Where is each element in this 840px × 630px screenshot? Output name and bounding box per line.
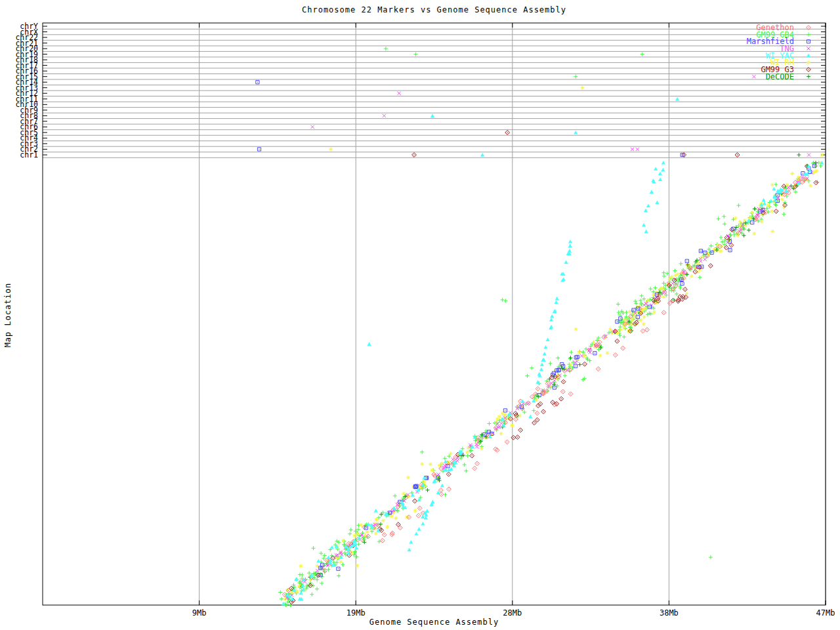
marker-wi-yac [655, 200, 659, 204]
marker-gm99-gb4 [793, 190, 797, 194]
marker-wi-yac [430, 500, 434, 504]
marker-gm99-g3 [511, 435, 516, 440]
marker-wi-yac [543, 352, 547, 356]
marker-gm99-gb4 [349, 528, 353, 532]
legend-marker-decode [807, 75, 810, 79]
marker-gm99-gb4 [393, 494, 397, 498]
legend: GenethonGM99 GB4MarshfieldTNGWI YACWI RH… [747, 23, 811, 81]
marker-tng [807, 153, 810, 156]
marker-wi-yac [654, 167, 658, 171]
marker-decode [797, 153, 801, 157]
marker-gm99-gb4 [463, 463, 467, 467]
marker-gm99-gb4 [639, 299, 642, 303]
plot-frame [43, 23, 826, 605]
marker-gm99-gb4 [642, 297, 646, 301]
marker-gm99-gb4 [319, 551, 323, 555]
marker-wi-yac [330, 545, 334, 549]
marker-wi-rh [465, 450, 469, 454]
marker-wi-rh [385, 525, 389, 529]
xtick-label: 38Mb [660, 608, 679, 618]
marker-wi-yac [430, 114, 434, 117]
marker-gm99-gb4 [488, 422, 492, 426]
marker-wi-yac [772, 187, 776, 191]
marker-gm99-gb4 [563, 373, 567, 377]
marker-wi-rh [606, 351, 610, 355]
marker-wi-rh [670, 275, 674, 279]
marker-gm99-gb4 [323, 553, 327, 557]
marker-wi-rh [497, 415, 501, 419]
marker-wi-yac [417, 527, 421, 531]
marker-gm99-gb4 [782, 212, 786, 216]
marker-wi-rh [642, 315, 646, 319]
marker-wi-yac [409, 540, 413, 544]
marker-genethon [560, 389, 565, 394]
markers-layer [256, 47, 824, 607]
marker-gm99-gb4 [501, 298, 505, 302]
marker-gm99-g3 [729, 243, 734, 247]
marker-gm99-gb4 [719, 236, 723, 240]
marker-tng [704, 258, 707, 261]
marker-gm99-gb4 [774, 182, 778, 186]
marker-wi-yac [642, 223, 646, 227]
marker-wi-yac [294, 577, 298, 581]
marker-tng [726, 241, 729, 244]
marker-gm99-gb4 [443, 456, 447, 460]
marker-wi-yac [316, 559, 320, 563]
marker-genethon [381, 538, 385, 543]
marker-wi-rh [429, 463, 432, 467]
marker-genethon [447, 487, 452, 492]
marker-marshfield [728, 249, 732, 252]
marker-genethon [514, 417, 518, 422]
marker-genethon [596, 367, 600, 371]
marker-tng [311, 125, 314, 129]
marker-gm99-gb4 [348, 532, 352, 536]
marker-gm99-g3 [678, 295, 682, 299]
marker-wi-rh [642, 322, 646, 326]
marker-wi-rh [766, 203, 770, 207]
marker-gm99-gb4 [464, 469, 468, 473]
marker-wi-rh [329, 147, 333, 151]
marker-gm99-gb4 [354, 555, 358, 558]
marker-gm99-gb4 [384, 47, 388, 51]
marker-marshfield [337, 567, 340, 570]
marker-tng [752, 75, 755, 78]
marker-wi-yac [549, 325, 553, 329]
marker-wi-yac [574, 131, 578, 135]
marker-wi-rh [628, 310, 632, 314]
legend-marker-gm99-gb4 [807, 33, 810, 37]
marker-wi-yac [549, 318, 553, 322]
scatter-plot: chrYchrXchr22chr21chr20chr19chr18chr17ch… [0, 0, 840, 630]
marker-gm99-gb4 [634, 301, 638, 305]
marker-wi-rh [499, 432, 503, 436]
marker-gm99-gb4 [633, 299, 637, 303]
marker-gm99-gb4 [530, 366, 534, 370]
marker-gm99-gb4 [549, 362, 553, 366]
marker-wi-rh [339, 560, 343, 564]
marker-tng [398, 92, 401, 95]
marker-wi-rh [608, 327, 612, 331]
marker-gm99-g3 [583, 362, 587, 366]
marker-gm99-gb4 [652, 306, 656, 310]
marker-gm99-gb4 [673, 269, 677, 273]
marker-gm99-gb4 [568, 357, 572, 361]
marker-tng [553, 379, 556, 383]
marker-gm99-g3 [518, 428, 523, 432]
marker-wi-yac [568, 240, 572, 243]
marker-gm99-gb4 [278, 591, 282, 595]
marker-wi-yac [658, 177, 662, 181]
marker-gm99-gb4 [337, 574, 341, 578]
marker-gm99-g3 [470, 453, 474, 458]
marker-gm99-g3 [561, 379, 566, 384]
marker-wi-yac [675, 97, 679, 101]
marker-genethon [475, 461, 480, 466]
marker-genethon [535, 411, 539, 415]
marker-wi-yac [440, 484, 444, 488]
marker-gm99-gb4 [662, 282, 666, 285]
marker-genethon [640, 329, 645, 333]
marker-wi-rh [592, 341, 596, 345]
xtick-label: 9Mb [192, 608, 207, 618]
marker-wi-rh [510, 424, 514, 428]
marker-wi-rh [750, 211, 754, 215]
marker-wi-rh [440, 461, 444, 465]
marker-gm99-g3 [505, 131, 510, 135]
